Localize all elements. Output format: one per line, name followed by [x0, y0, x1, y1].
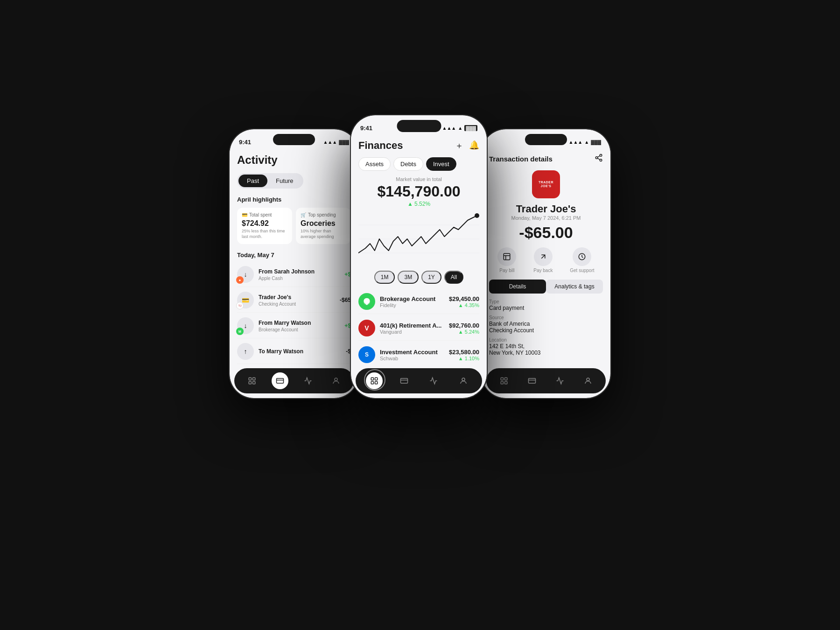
tab-assets[interactable]: Assets	[358, 157, 391, 171]
svg-rect-1	[253, 378, 255, 380]
nav-chart-right[interactable]	[552, 372, 568, 389]
highlight-sub-1: 10% higher than average spending	[301, 229, 346, 239]
svg-line-20	[597, 158, 600, 160]
nav-chart-left[interactable]	[300, 372, 316, 389]
nav-profile-right[interactable]	[580, 372, 596, 389]
time-filter-row: 1M 3M 1Y All	[358, 271, 479, 284]
svg-rect-25	[505, 378, 507, 380]
tx-info-3: To Marry Watson	[259, 348, 341, 356]
svg-rect-11	[371, 378, 373, 380]
screen-right: ▲▲▲ ▲ ▓▓▓ Transaction details TRADERJOE'…	[482, 129, 610, 398]
svg-rect-3	[253, 382, 255, 384]
invest-change-2: ▲ 1.10%	[449, 356, 479, 361]
detail-value-location: 142 E 14th St,New York, NY 10003	[489, 343, 603, 356]
tx-name-0: From Sarah Johnson	[259, 268, 340, 276]
tx-badge-2: M	[236, 328, 244, 335]
highlight-sub-0: 25% less than this time last month.	[242, 229, 287, 239]
filter-3m[interactable]: 3M	[398, 271, 419, 284]
tab-debts[interactable]: Debts	[393, 157, 423, 171]
nav-activity-left[interactable]	[272, 372, 288, 389]
status-icons-center: ▲▲▲ ▲ ▓▓▓	[442, 125, 477, 131]
tx-detail-header: Transaction details	[489, 154, 603, 164]
add-icon[interactable]: ＋	[455, 140, 463, 151]
dynamic-island-right	[525, 134, 567, 145]
detail-tabs-row: Details Analytics & tags	[489, 280, 603, 294]
transaction-detail-content: Transaction details TRADERJOE'S Trader J…	[482, 150, 610, 365]
phone-right: ▲▲▲ ▲ ▓▓▓ Transaction details TRADERJOE'…	[481, 128, 611, 399]
investment-item-1[interactable]: V 401(k) Retirement A... Vanguard $92,76…	[358, 316, 479, 341]
tx-name-1: Trader Joe's	[259, 294, 335, 301]
card-icon-1: 🛒	[301, 212, 306, 217]
tx-name-3: To Marry Watson	[259, 348, 341, 356]
invest-change-0: ▲ 4.35%	[449, 302, 479, 308]
get-support-btn[interactable]: Get support	[570, 247, 594, 273]
invest-sub-0: Fidelity	[380, 302, 444, 308]
tx-sub-0: Apple Cash	[259, 276, 340, 281]
invest-logo-1: V	[358, 320, 375, 336]
invest-logo-0	[358, 293, 375, 310]
action-buttons: Pay bill Pay back Get support	[489, 247, 603, 273]
invest-values-2: $23,580.00 ▲ 1.10%	[449, 349, 479, 361]
svg-rect-12	[375, 378, 377, 380]
nav-profile-center[interactable]	[455, 372, 472, 389]
filter-all[interactable]: All	[444, 271, 463, 284]
highlights-title: April highlights	[237, 196, 351, 203]
nav-home-center[interactable]	[366, 372, 383, 389]
pay-back-btn[interactable]: Pay back	[533, 247, 553, 273]
transaction-item-0[interactable]: ↓ ● From Sarah Johnson Apple Cash +$	[237, 262, 351, 287]
investment-item-2[interactable]: S Investment Account Schwab $23,580.00 ▲…	[358, 343, 479, 365]
battery-icon-right: ▓▓▓	[591, 140, 601, 145]
status-time-center: 9:41	[360, 125, 372, 132]
past-button[interactable]: Past	[238, 175, 267, 187]
bell-icon[interactable]: 🔔	[469, 140, 479, 151]
nav-home-left[interactable]	[244, 372, 260, 389]
nav-home-right[interactable]	[496, 372, 512, 389]
market-value: $145,790.00	[358, 184, 479, 199]
battery-icon-left: ▓▓▓	[339, 140, 349, 145]
card-icon-0: 💳	[242, 212, 247, 217]
svg-point-16	[462, 378, 465, 381]
svg-rect-26	[501, 382, 503, 384]
phone-left: 9:41 ▲▲▲ ▓▓▓ Activity Past Future April …	[229, 128, 359, 399]
transaction-item-1[interactable]: 💳 TJ Trader Joe's Checking Account -$65	[237, 288, 351, 313]
invest-name-0: Brokerage Account	[380, 295, 444, 302]
tab-invest[interactable]: Invest	[426, 157, 456, 171]
highlight-label-1: 🛒 Top spending	[301, 212, 346, 217]
investment-item-0[interactable]: Brokerage Account Fidelity $29,450.00 ▲ …	[358, 289, 479, 314]
invest-sub-2: Schwab	[380, 356, 444, 361]
tx-detail-title: Transaction details	[489, 155, 553, 163]
invest-amount-0: $29,450.00	[449, 295, 479, 302]
battery-icon-center: ▓▓▓	[464, 125, 477, 131]
card-symbol: 💳	[242, 297, 249, 304]
nav-wallet-center[interactable]	[396, 372, 413, 389]
highlights-row: 💳 Total spent $724.92 25% less than this…	[237, 208, 351, 244]
filter-1y[interactable]: 1Y	[421, 271, 441, 284]
activity-title: Activity	[237, 154, 351, 167]
market-change: ▲ 5.52%	[358, 201, 479, 207]
tab-analytics[interactable]: Analytics & tags	[546, 280, 603, 294]
investment-list: Brokerage Account Fidelity $29,450.00 ▲ …	[358, 289, 479, 365]
detail-label-location: Location	[489, 337, 603, 343]
invest-info-0: Brokerage Account Fidelity	[380, 295, 444, 308]
screen-left: 9:41 ▲▲▲ ▓▓▓ Activity Past Future April …	[230, 129, 358, 398]
pay-back-icon	[534, 247, 553, 266]
dynamic-island-left	[273, 134, 315, 145]
share-button[interactable]	[595, 154, 603, 164]
svg-rect-22	[504, 253, 511, 260]
nav-chart-center[interactable]	[425, 372, 442, 389]
nav-wallet-right[interactable]	[524, 372, 540, 389]
tx-name-2: From Marry Watson	[259, 320, 340, 327]
detail-label-source: Source	[489, 315, 603, 320]
filter-1m[interactable]: 1M	[374, 271, 395, 284]
transaction-item-2[interactable]: ↓ M From Marry Watson Brokerage Account …	[237, 314, 351, 338]
tab-details[interactable]: Details	[489, 280, 546, 294]
bottom-nav-center	[356, 368, 482, 393]
svg-point-17	[600, 154, 602, 157]
svg-point-9	[475, 213, 479, 218]
pay-bill-btn[interactable]: Pay bill	[497, 247, 516, 273]
transaction-item-3[interactable]: ↑ To Marry Watson -$	[237, 339, 351, 364]
signal-icon-center: ▲▲▲	[442, 126, 456, 131]
nav-profile-left[interactable]	[328, 372, 344, 389]
future-button[interactable]: Future	[267, 175, 302, 187]
svg-rect-28	[529, 378, 536, 384]
